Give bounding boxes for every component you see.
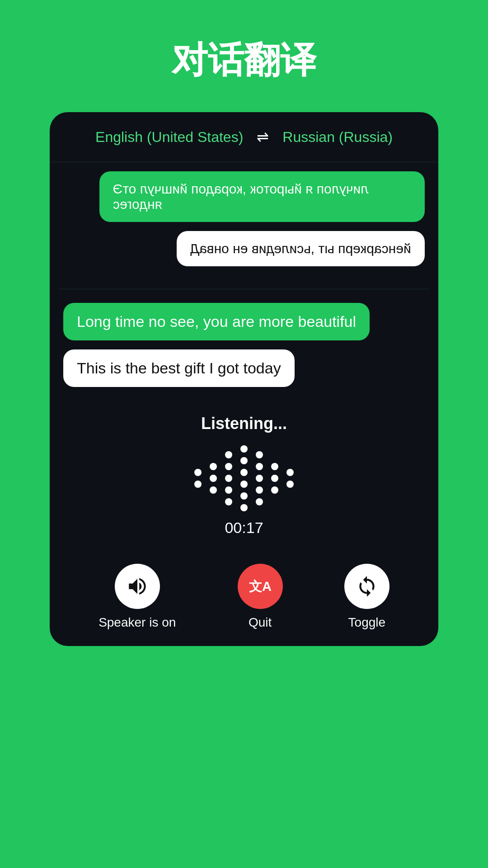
- dot: [225, 463, 232, 470]
- dot: [256, 463, 263, 470]
- dot: [240, 445, 248, 453]
- svg-text:文A: 文A: [249, 579, 272, 594]
- speaker-button[interactable]: [115, 564, 160, 609]
- dot: [240, 504, 248, 511]
- timer: 00:17: [225, 519, 263, 537]
- dot: [225, 486, 232, 494]
- dot: [240, 457, 248, 464]
- bubble-white: This is the best gift I got today: [63, 349, 295, 387]
- dot: [194, 469, 202, 476]
- dot: [210, 475, 217, 482]
- waveform-col-1: [194, 469, 202, 488]
- dot: [286, 481, 294, 488]
- main-card: English (United States) ⇌ Russian (Russi…: [50, 112, 438, 646]
- waveform-col-4: [240, 445, 248, 511]
- dot: [194, 481, 202, 488]
- language-right[interactable]: Russian (Russia): [282, 129, 393, 146]
- dot: [271, 475, 278, 482]
- toggle-button[interactable]: [344, 564, 389, 609]
- waveform-col-6: [271, 463, 278, 494]
- dot: [256, 498, 263, 505]
- dot: [240, 469, 248, 476]
- waveform-col-5: [256, 451, 263, 505]
- swap-icon[interactable]: ⇌: [257, 128, 269, 146]
- quit-label: Quit: [249, 615, 272, 630]
- dot: [256, 486, 263, 494]
- bubble-flipped-white: Давно не виделись, ты прекрасней: [177, 231, 425, 266]
- dot: [256, 451, 263, 458]
- toggle-icon: [356, 575, 378, 598]
- waveform-col-3: [225, 451, 232, 505]
- dot: [225, 475, 232, 482]
- page-title: 对话翻译: [172, 36, 316, 85]
- bubble-flipped-green: Это лучший подарок, который я получил се…: [99, 171, 425, 222]
- dot: [240, 481, 248, 488]
- toggle-label: Toggle: [348, 615, 386, 630]
- quit-control: 文A Quit: [238, 564, 283, 630]
- speaker-icon: [126, 575, 149, 598]
- waveform-col-7: [286, 469, 294, 488]
- language-bar: English (United States) ⇌ Russian (Russi…: [50, 112, 438, 162]
- dot: [240, 492, 248, 500]
- dot: [210, 463, 217, 470]
- dot: [286, 469, 294, 476]
- chat-area-upper: Это лучший подарок, который я получил се…: [50, 162, 438, 289]
- toggle-control: Toggle: [344, 564, 389, 630]
- dot: [210, 486, 217, 494]
- language-left[interactable]: English (United States): [95, 129, 243, 146]
- dot: [225, 451, 232, 458]
- bottom-controls: Speaker is on 文A Quit Toggle: [50, 555, 438, 646]
- quit-button[interactable]: 文A: [238, 564, 283, 609]
- dot: [225, 498, 232, 505]
- dot: [271, 486, 278, 494]
- bubble-green: Long time no see, you are more beautiful: [63, 303, 370, 340]
- listening-section: Listening...: [50, 401, 438, 555]
- chat-area-lower: Long time no see, you are more beautiful…: [50, 289, 438, 401]
- waveform: [194, 447, 294, 510]
- listening-label: Listening...: [201, 414, 287, 433]
- speaker-control: Speaker is on: [99, 564, 176, 630]
- dot: [271, 463, 278, 470]
- dot: [256, 475, 263, 482]
- translate-icon: 文A: [249, 575, 272, 598]
- waveform-col-2: [210, 463, 217, 494]
- speaker-label: Speaker is on: [99, 615, 176, 630]
